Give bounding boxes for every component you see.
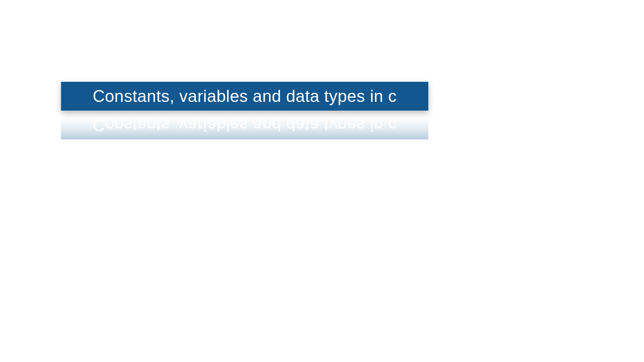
title-box: Constants, variables and data types in c	[61, 82, 428, 111]
title-box-reflection: Constants, variables and data types in c	[61, 111, 428, 139]
slide-title: Constants, variables and data types in c	[66, 86, 423, 106]
slide-title-reflection: Constants, variables and data types in c	[66, 115, 423, 135]
title-container: Constants, variables and data types in c…	[61, 82, 428, 139]
title-reflection: Constants, variables and data types in c	[61, 111, 428, 139]
